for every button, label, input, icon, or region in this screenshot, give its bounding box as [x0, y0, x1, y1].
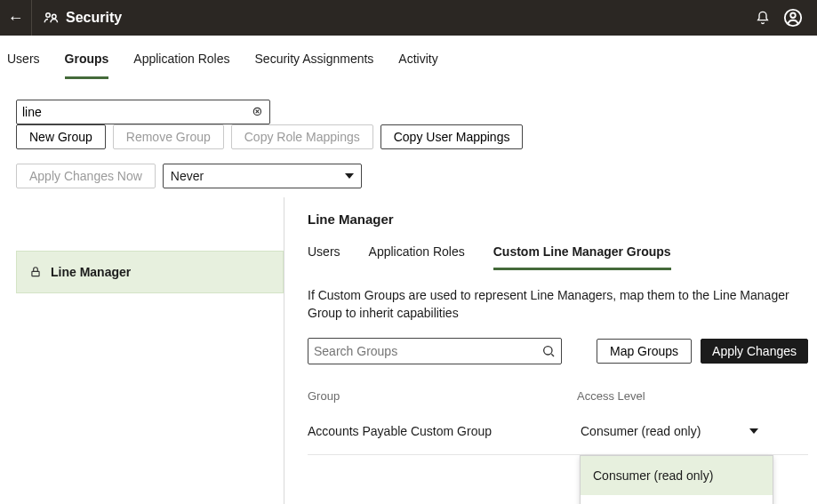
- notifications-button[interactable]: [748, 3, 778, 33]
- user-avatar-button[interactable]: [778, 3, 808, 33]
- lock-icon: [29, 266, 42, 278]
- security-icon: [43, 10, 59, 26]
- clear-search-icon[interactable]: [252, 106, 264, 118]
- primary-tabs: Users Groups Application Roles Security …: [0, 36, 817, 80]
- content-area: Line Manager Line Manager Users Applicat…: [0, 197, 817, 504]
- bell-icon: [756, 11, 770, 25]
- subtab-application-roles[interactable]: Application Roles: [369, 244, 465, 270]
- schedule-select[interactable]: Never: [163, 164, 362, 188]
- search-icon: [541, 344, 556, 358]
- groups-list: Line Manager: [0, 197, 284, 504]
- tab-groups[interactable]: Groups: [65, 52, 109, 79]
- groups-filter-search[interactable]: [16, 100, 270, 124]
- group-detail-subtabs: Users Application Roles Custom Line Mana…: [308, 244, 808, 271]
- mapping-table-row: Accounts Payable Custom Group Consumer (…: [308, 408, 808, 455]
- user-avatar-icon: [783, 8, 803, 28]
- remove-group-button[interactable]: Remove Group: [113, 124, 224, 149]
- back-arrow-icon: ←: [8, 9, 24, 28]
- app-header: ← Security: [0, 0, 817, 36]
- svg-point-3: [790, 13, 796, 19]
- copy-role-mappings-button[interactable]: Copy Role Mappings: [231, 124, 373, 149]
- chevron-down-icon: [749, 428, 758, 434]
- new-group-button[interactable]: New Group: [16, 124, 106, 149]
- apply-changes-button[interactable]: Apply Changes: [701, 339, 808, 364]
- subtab-custom-line-manager-groups[interactable]: Custom Line Manager Groups: [493, 244, 671, 270]
- svg-point-0: [46, 13, 51, 18]
- copy-user-mappings-button[interactable]: Copy User Mappings: [380, 124, 524, 149]
- page-title: Security: [66, 10, 122, 26]
- search-groups-input[interactable]: [314, 344, 541, 358]
- access-level-option-consumer[interactable]: Consumer (read only): [581, 456, 773, 495]
- tab-security-assignments[interactable]: Security Assignments: [255, 52, 374, 79]
- tab-activity[interactable]: Activity: [398, 52, 437, 79]
- apply-changes-now-button[interactable]: Apply Changes Now: [16, 164, 156, 188]
- mapping-table-header: Group Access Level: [308, 384, 808, 408]
- toolbar: New Group Remove Group Copy Role Mapping…: [0, 80, 817, 188]
- svg-point-6: [544, 347, 552, 355]
- back-button[interactable]: ←: [0, 0, 32, 36]
- search-groups-box[interactable]: [308, 338, 562, 364]
- chevron-down-icon: [345, 173, 354, 179]
- access-level-value: Consumer (read only): [581, 424, 701, 438]
- group-list-item-line-manager[interactable]: Line Manager: [16, 251, 284, 293]
- subtab-users[interactable]: Users: [308, 244, 340, 270]
- schedule-select-value: Never: [171, 169, 204, 183]
- col-header-access-level: Access Level: [577, 389, 808, 403]
- map-groups-button[interactable]: Map Groups: [597, 339, 692, 364]
- tab-application-roles[interactable]: Application Roles: [133, 52, 229, 79]
- access-level-dropdown: Consumer (read only) Author (edit capabi…: [580, 455, 773, 504]
- svg-point-1: [52, 14, 57, 19]
- svg-rect-5: [32, 271, 39, 276]
- mapping-group-name: Accounts Payable Custom Group: [308, 424, 577, 438]
- subtab-help-text: If Custom Groups are used to represent L…: [308, 287, 805, 322]
- group-detail-title: Line Manager: [308, 212, 808, 227]
- tab-users[interactable]: Users: [7, 52, 40, 79]
- col-header-group: Group: [308, 389, 577, 403]
- group-list-item-label: Line Manager: [51, 265, 131, 279]
- access-level-select[interactable]: Consumer (read only): [577, 422, 762, 440]
- groups-filter-input[interactable]: [22, 105, 252, 119]
- group-detail-panel: Line Manager Users Application Roles Cus…: [284, 197, 817, 504]
- access-level-option-author[interactable]: Author (edit capabilities): [581, 495, 773, 504]
